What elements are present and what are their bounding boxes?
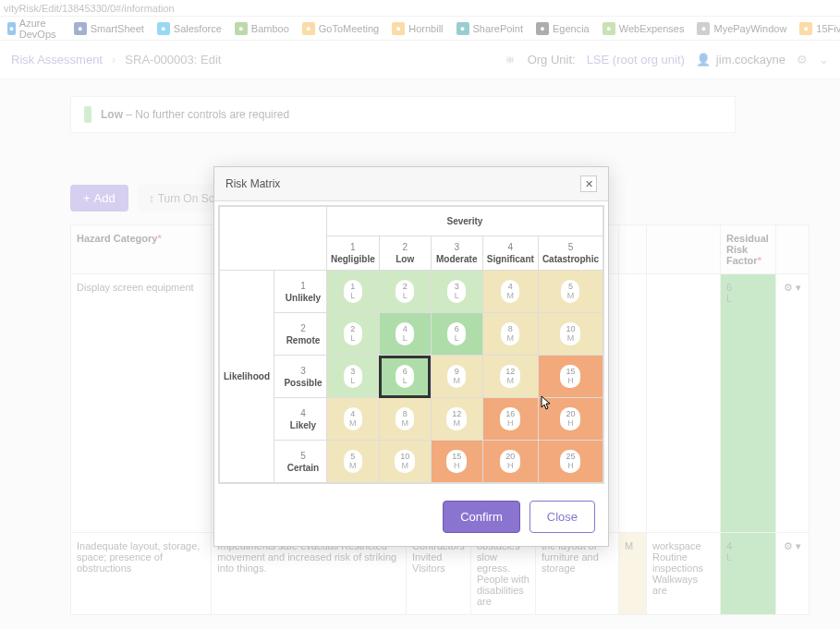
severity-col-header: 3Moderate — [431, 236, 482, 271]
matrix-cell[interactable]: 8M — [482, 313, 538, 356]
severity-col-header: 2Low — [379, 236, 431, 271]
matrix-cell[interactable]: 12M — [431, 398, 482, 441]
likelihood-row-header: 5Certain — [274, 441, 327, 483]
matrix-cell[interactable]: 15H — [538, 356, 603, 398]
matrix-cell[interactable]: 8M — [379, 398, 431, 441]
risk-matrix: Severity 1Negligible2Low3Moderate4Signif… — [218, 205, 604, 484]
matrix-cell[interactable]: 4M — [326, 398, 379, 441]
matrix-cell[interactable]: 9M — [431, 356, 482, 398]
close-icon[interactable]: ✕ — [580, 175, 597, 192]
matrix-cell[interactable]: 5M — [326, 441, 379, 483]
matrix-cell[interactable]: 25H — [538, 441, 603, 483]
likelihood-row-header: 4Likely — [274, 398, 327, 441]
risk-matrix-modal: Risk Matrix ✕ Severity 1Negligible2Low3M… — [213, 166, 609, 547]
likelihood-row-header: 1Unlikely — [274, 271, 327, 313]
matrix-cell[interactable]: 20H — [538, 398, 603, 441]
matrix-cell[interactable]: 10M — [379, 441, 431, 483]
severity-col-header: 1Negligible — [326, 236, 379, 271]
matrix-cell[interactable]: 20H — [482, 441, 538, 483]
matrix-cell[interactable]: 3L — [326, 356, 379, 398]
matrix-cell[interactable]: 12M — [482, 356, 538, 398]
matrix-cell[interactable]: 10M — [538, 313, 603, 356]
modal-title: Risk Matrix — [225, 177, 280, 190]
severity-header: Severity — [326, 207, 603, 236]
confirm-button[interactable]: Confirm — [443, 501, 520, 533]
matrix-cell[interactable]: 4M — [482, 271, 538, 313]
likelihood-row-header: 3Possible — [274, 356, 327, 398]
matrix-cell[interactable]: 1L — [326, 271, 379, 313]
modal-footer: Confirm Close — [214, 488, 608, 546]
likelihood-header: Likelihood — [220, 271, 274, 483]
likelihood-row-header: 2Remote — [274, 313, 327, 356]
matrix-cell[interactable]: 15H — [431, 441, 482, 483]
matrix-cell[interactable]: 16H — [482, 398, 538, 441]
severity-col-header: 5Catastrophic — [538, 236, 603, 271]
close-button[interactable]: Close — [530, 501, 595, 533]
matrix-cell[interactable]: 6L — [379, 356, 431, 398]
matrix-cell[interactable]: 6L — [431, 313, 482, 356]
matrix-cell[interactable]: 3L — [431, 271, 482, 313]
matrix-cell[interactable]: 2L — [379, 271, 431, 313]
modal-header: Risk Matrix ✕ — [214, 167, 608, 201]
severity-col-header: 4Significant — [482, 236, 538, 271]
matrix-cell[interactable]: 5M — [538, 271, 603, 313]
matrix-cell[interactable]: 2L — [326, 313, 379, 356]
matrix-cell[interactable]: 4L — [379, 313, 431, 356]
